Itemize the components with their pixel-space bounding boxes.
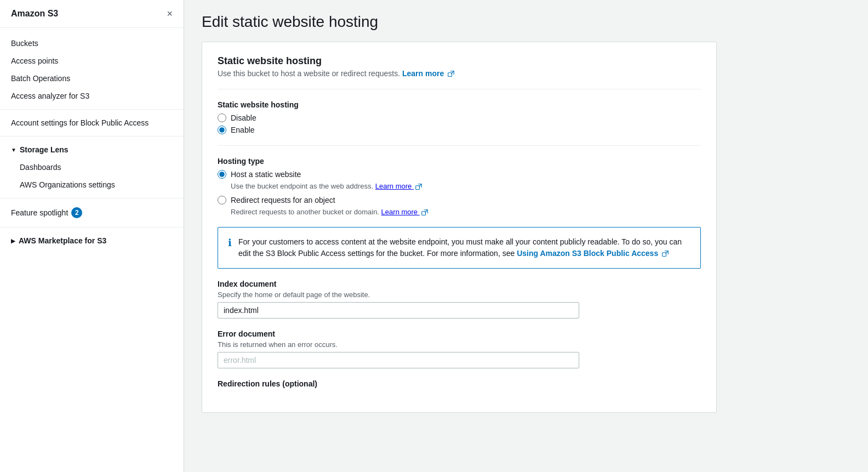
index-doc-label: Index document xyxy=(218,280,701,288)
radio-enable[interactable] xyxy=(218,126,226,134)
radio-host-static-label: Host a static website xyxy=(231,170,301,179)
external-link-icon xyxy=(448,71,454,77)
info-box: ℹ For your customers to access content a… xyxy=(218,227,701,269)
sidebar-item-access-analyzer[interactable]: Access analyzer for S3 xyxy=(0,87,184,105)
radio-disable-option[interactable]: Disable xyxy=(218,113,701,122)
card-section-header: Static website hosting Use this bucket t… xyxy=(218,55,701,78)
block-public-access-link[interactable]: Using Amazon S3 Block Public Access xyxy=(517,249,669,258)
card-section-title: Static website hosting xyxy=(218,55,701,67)
error-document-group: Error document This is returned when an … xyxy=(218,329,701,368)
index-doc-desc: Specify the home or default page of the … xyxy=(218,291,701,299)
sidebar-section-storage-lens[interactable]: ▼ Storage Lens xyxy=(0,141,184,158)
error-doc-label: Error document xyxy=(218,329,701,338)
sidebar-item-aws-org-settings[interactable]: AWS Organizations settings xyxy=(0,176,184,194)
sidebar-divider-1 xyxy=(0,109,184,110)
sidebar-item-buckets[interactable]: Buckets xyxy=(0,35,184,52)
feature-spotlight-badge: 2 xyxy=(71,207,82,218)
index-doc-input[interactable] xyxy=(218,302,579,319)
radio-enable-option[interactable]: Enable xyxy=(218,126,701,134)
external-link-icon-3 xyxy=(421,209,428,216)
sidebar-nav: Buckets Access points Batch Operations A… xyxy=(0,28,184,256)
error-doc-desc: This is returned when an error occurs. xyxy=(218,340,701,349)
svg-line-1 xyxy=(452,71,454,74)
redirection-rules-label: Redirection rules (optional) xyxy=(218,379,701,388)
external-link-icon-4 xyxy=(662,251,669,257)
sidebar-item-access-points[interactable]: Access points xyxy=(0,52,184,70)
sidebar-divider-4 xyxy=(0,227,184,228)
sidebar-close-button[interactable]: × xyxy=(167,9,173,19)
redirect-learn-more-link[interactable]: Learn more xyxy=(381,208,428,216)
info-icon: ℹ xyxy=(228,237,232,259)
main-content: Edit static website hosting Static websi… xyxy=(184,0,868,472)
sidebar-item-feature-spotlight[interactable]: Feature spotlight 2 xyxy=(0,203,184,223)
card-section-desc: Use this bucket to host a website or red… xyxy=(218,69,701,78)
divider-2 xyxy=(218,145,701,146)
learn-more-link[interactable]: Learn more xyxy=(402,69,454,78)
sidebar-item-dashboards[interactable]: Dashboards xyxy=(0,158,184,176)
svg-line-5 xyxy=(425,209,427,212)
edit-form-card: Static website hosting Use this bucket t… xyxy=(202,42,717,413)
svg-line-3 xyxy=(419,184,422,186)
aws-marketplace-label: AWS Marketplace for S3 xyxy=(19,236,106,245)
hosting-toggle-group: Static website hosting Disable Enable xyxy=(218,100,701,134)
hosting-type-group: Hosting type Host a static website Use t… xyxy=(218,157,701,216)
radio-disable[interactable] xyxy=(218,113,226,122)
sidebar: Amazon S3 × Buckets Access points Batch … xyxy=(0,0,184,472)
radio-host-static-option[interactable]: Host a static website xyxy=(218,170,701,179)
hosting-toggle-label: Static website hosting xyxy=(218,100,701,109)
error-doc-input[interactable] xyxy=(218,352,579,368)
radio-host-static[interactable] xyxy=(218,170,226,179)
radio-redirect-label: Redirect requests for an object xyxy=(231,196,335,204)
sidebar-divider-3 xyxy=(0,198,184,198)
hosting-type-label: Hosting type xyxy=(218,157,701,166)
redirect-desc: Redirect requests to another bucket or d… xyxy=(231,208,701,216)
index-document-group: Index document Specify the home or defau… xyxy=(218,280,701,319)
host-static-desc: Use the bucket endpoint as the web addre… xyxy=(231,182,701,190)
page-title: Edit static website hosting xyxy=(202,13,850,31)
svg-line-7 xyxy=(666,251,669,254)
sidebar-divider-2 xyxy=(0,136,184,137)
sidebar-section-aws-marketplace[interactable]: ▶ AWS Marketplace for S3 xyxy=(0,232,184,249)
info-text: For your customers to access content at … xyxy=(238,236,690,259)
radio-enable-label: Enable xyxy=(231,126,255,134)
host-static-learn-more-link[interactable]: Learn more xyxy=(375,182,422,190)
radio-redirect-option[interactable]: Redirect requests for an object xyxy=(218,196,701,204)
external-link-icon-2 xyxy=(415,184,422,190)
radio-disable-label: Disable xyxy=(231,113,256,122)
feature-spotlight-label: Feature spotlight xyxy=(11,208,68,217)
divider-1 xyxy=(218,89,701,89)
redirection-rules-group: Redirection rules (optional) xyxy=(218,379,701,388)
storage-lens-label: Storage Lens xyxy=(20,145,68,154)
sidebar-item-batch-operations[interactable]: Batch Operations xyxy=(0,70,184,87)
sidebar-header: Amazon S3 × xyxy=(0,0,184,28)
chevron-right-icon: ▶ xyxy=(11,238,15,244)
chevron-down-icon: ▼ xyxy=(11,147,16,153)
sidebar-title: Amazon S3 xyxy=(11,9,58,19)
sidebar-item-account-settings[interactable]: Account settings for Block Public Access xyxy=(0,114,184,132)
radio-redirect[interactable] xyxy=(218,196,226,204)
